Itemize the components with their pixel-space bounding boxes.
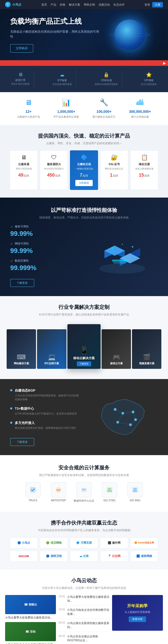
product-price-4: 15元/月 — [134, 173, 155, 178]
feature-text-1: T3+数据中心 以TIA-942标准建立的T3+数据中心，多层安全保障体系 — [15, 406, 77, 416]
solution-bg-3: 🎮 游戏云方案 — [102, 329, 131, 369]
solution-card-4[interactable]: 🎬 视频直播方案 — [132, 329, 161, 369]
number-value-3: 300,000,000+ — [129, 108, 151, 114]
solution-bg-2: 📱 移动云解决方案 了解更多 — [67, 324, 101, 369]
compliance-label-2: 数据托管中心认证 — [74, 499, 94, 503]
news-promo-subtitle: 云上超值好礼等您来领 — [125, 610, 150, 614]
hero-ring — [109, 33, 150, 37]
check-icon-1: ✓ — [10, 242, 13, 246]
partner-9: 🟦 速联网路 — [130, 551, 158, 562]
partner-0: 🔵 小鸟云 — [10, 537, 38, 549]
news-col-left: 📰 智能云 小鸟云夏季大促免费送云服务器活动... 📰 活动 小鸟云与知名企业合… — [5, 595, 56, 644]
trucs-icon — [29, 486, 37, 493]
stat-sub-3: 全方位增值服务 — [141, 83, 157, 86]
news-col-right: 开年采购季 云上超值好礼等您来领 查看详情 — [112, 595, 163, 644]
compliance-section: 安全合规的云计算服务 我们严格遵循各行业安全标准和法规，全面保障您的数据安全与业… — [0, 455, 168, 512]
svg-point-0 — [99, 263, 145, 274]
product-card-1[interactable]: 🛡 服务器防火 DDoS防护高防能力 450元/月 — [40, 150, 68, 190]
feature-desc-0: 小鸟云自主研发的BGP线路调度系统，确保用户访问的最优路由策略 — [15, 394, 80, 401]
number-label-1: IP产品总量系列云高量 — [54, 115, 79, 119]
sla-value-2: 99.999% — [10, 264, 81, 272]
compliance-icons: TRUCS ICP MIIT/ICP/ISP 数据托管中心认证 ISO27001… — [5, 482, 163, 503]
nav-promotions[interactable]: 优惠活动 — [99, 3, 110, 7]
network-feature-0: 自建动态BGP 小鸟云自主研发的BGP线路调度系统，确保用户访问的最优路由策略 — [10, 388, 80, 401]
logo[interactable]: 云 小鸟云 — [5, 2, 21, 7]
feature-dot-1 — [10, 407, 12, 409]
network-map — [88, 388, 158, 446]
solution-icon-1: 💻 — [40, 354, 64, 361]
hero-cta-button[interactable]: 立即购买 — [10, 44, 33, 53]
news-list-title-2[interactable]: 小鸟云推出全新高性能云服务器系列... — [67, 621, 110, 629]
partners-sub: 与百家知名合作伙伴共同构建用户至上的服务体系，为企业数字化转型赋能 — [5, 528, 163, 532]
svg-point-9 — [111, 247, 113, 249]
stats-grid: 🖥 超强计算 弹性扩展灵活配置 ☁ ICP备案 专业高效0费用备案 🔒 HSM合… — [0, 70, 168, 88]
product-name-3: SSL证书 — [103, 162, 125, 166]
product-desc-4: 域名注册便捷快速 — [134, 167, 155, 171]
hero-title: 负载均衡产品正式上线 — [10, 17, 102, 26]
product-card-4[interactable]: 📋 域名注册 域名注册便捷快速 15元/月 — [130, 150, 158, 190]
solution-card-2-featured[interactable]: 📱 移动云解决方案 了解更多 — [67, 324, 101, 369]
solution-btn-2[interactable]: 了解更多 — [77, 361, 91, 366]
news-title-0[interactable]: 小鸟云夏季大促免费送云服务器活动... — [5, 616, 56, 619]
news-list-title-1[interactable]: 小鸟云与知名企业合作推动数字化发展... — [67, 608, 110, 616]
solution-icon-3: 🎮 — [104, 354, 128, 361]
news-list-title-0[interactable]: 小鸟云夏季大促免费送云服务器活动... — [67, 595, 110, 603]
news-title-1[interactable]: 小鸟云与知名企业合作推动数字化发展... — [5, 643, 56, 644]
stat-icon-1: ☁ — [52, 72, 72, 78]
stat-sub-0: 弹性扩展灵活配置 — [11, 82, 30, 86]
solution-title-3: 游戏云方案 — [104, 362, 128, 365]
sla-learn-more-button[interactable]: 了解更多 — [10, 279, 34, 287]
solution-card-3[interactable]: 🎮 游戏云方案 — [102, 329, 131, 369]
nav-price[interactable]: 价格 — [60, 3, 65, 7]
nav-products[interactable]: 产品 — [51, 3, 56, 7]
news-list-title-3[interactable]: 小鸟云安全合规认证再获ISO27001认证... — [67, 635, 110, 642]
stats-bar: 🖥 超强计算 弹性扩展灵活配置 ☁ ICP备案 专业高效0费用备案 🔒 HSM合… — [0, 66, 168, 92]
compliance-label-3: ISO 27001 — [99, 499, 120, 502]
hero-content: 负载均衡产品正式上线 无限临近小数段巡检告别系统自动维护置量，用终点系系统的可用… — [10, 17, 102, 53]
solution-title-0: 网站建设方案 — [9, 362, 33, 365]
network-feature-1: T3+数据中心 以TIA-942标准建立的T3+数据中心，多层安全保障体系 — [10, 406, 80, 416]
header: 云 小鸟云 首页 产品 价格 解决方案 帮助文档 优惠活动 生态合作 登录 注册 — [0, 0, 168, 9]
compliance-item-4: ISO9001 ISO 9001 — [125, 482, 145, 503]
stat-label-0: 超强计算 — [11, 78, 30, 82]
register-link[interactable]: 注册 — [152, 2, 163, 7]
news-list-item-1: 10-01 小鸟云与知名企业合作推动数字化发展... — [58, 608, 109, 619]
news-img-item-0: 📰 智能云 小鸟云夏季大促免费送云服务器活动... — [5, 595, 56, 619]
product-price-0: 49元/月 — [13, 173, 34, 178]
product-card-3[interactable]: 🔐 SSL证书 网站安全加密认证 1元/月 — [100, 150, 128, 190]
nav-ecosystem[interactable]: 生态合作 — [113, 3, 125, 7]
product-icon-4: 📋 — [134, 154, 155, 161]
sla-content: ✓ 服务可用性 99.99% ✓ 网络可用性 99.99% ✓ 数据完整性 99… — [10, 225, 158, 287]
product-name-2: 云建站主机 — [73, 162, 95, 166]
feature-title-2: 多方光纤接入 — [15, 421, 76, 425]
nav-home[interactable]: 首页 — [41, 3, 47, 7]
solutions-sub: 针对不同行业用户需求差异，精心定制满足各种用户业务需求的专属产品 — [5, 313, 163, 317]
feature-text-2: 多方光纤接入 整合多家运营商光纤资源，保障网络稳定性与高可用性 — [15, 421, 76, 430]
login-link[interactable]: 登录 — [145, 3, 150, 7]
feature-dot-2 — [10, 422, 12, 424]
product-cards: 🖥 云服务器 弹性计算高性能 49元/月 🛡 服务器防火 DDoS防护高防能力 … — [5, 150, 163, 190]
solution-icon-0: ⌨ — [9, 354, 33, 361]
feature-desc-2: 整合多家运营商光纤资源，保障网络稳定性与高可用性 — [15, 426, 76, 430]
solution-card-1[interactable]: 💻 IDC运维方案 — [37, 329, 66, 369]
nav-docs[interactable]: 帮助文档 — [84, 3, 95, 7]
hero-subtitle: 无限临近小数段巡检告别系统自动维护置量，用终点系系统的可用性 — [10, 29, 102, 39]
nav-solutions[interactable]: 解决方案 — [69, 3, 80, 7]
sticky-icon[interactable]: ▶ — [163, 61, 166, 65]
svg-text:ISO: ISO — [108, 488, 111, 490]
product-name-4: 域名注册 — [134, 162, 155, 166]
solution-card-0[interactable]: ⌨ 网站建设方案 — [7, 329, 36, 369]
product-buy-button[interactable]: 立即购买 — [75, 180, 93, 186]
network-feature-2: 多方光纤接入 整合多家运营商光纤资源，保障网络稳定性与高可用性 — [10, 421, 80, 430]
product-card-2[interactable]: 🔷 云建站主机 一键建站便捷高效 7元/月 立即购买 — [70, 150, 98, 190]
product-card-0[interactable]: 🖥 云服务器 弹性计算高性能 49元/月 — [10, 150, 38, 190]
news-promo-btn[interactable]: 查看详情 — [129, 616, 146, 622]
compliance-label-0: TRUCS — [23, 499, 43, 502]
feature-title-0: 自建动态BGP — [15, 388, 80, 393]
sla-label-1: ✓ 网络可用性 — [10, 242, 81, 246]
solutions-wrapper: ⌨ 网站建设方案 💻 IDC运维方案 📱 移动云解决方案 了解更多 — [5, 322, 163, 371]
compliance-icon-box-2 — [76, 482, 92, 497]
number-icon-3: 🏙 — [129, 98, 151, 107]
network-learn-more-button[interactable]: 了解更多 — [10, 438, 34, 446]
stat-icon-2: 🔒 — [95, 72, 118, 78]
